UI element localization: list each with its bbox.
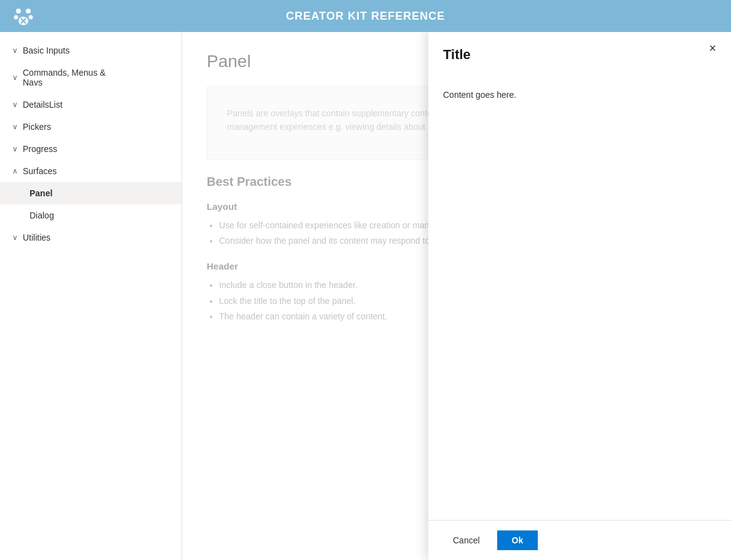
sidebar-item-basic-inputs[interactable]: ∨ Basic Inputs [0, 39, 182, 62]
chevron-down-icon: ∨ [12, 73, 18, 82]
svg-point-1 [26, 9, 31, 14]
close-button[interactable]: × [704, 39, 721, 57]
cancel-button[interactable]: Cancel [443, 530, 490, 550]
svg-point-2 [14, 15, 18, 20]
sidebar-subitem-label: Panel [30, 188, 52, 198]
dialog-panel: × Title Content goes here. Cancel Ok [428, 32, 731, 560]
sidebar-item-detailslist[interactable]: ∨ DetailsList [0, 94, 182, 116]
chevron-down-icon: ∨ [12, 233, 18, 242]
sidebar-item-progress[interactable]: ∨ Progress [0, 138, 182, 160]
app-title: CREATOR KIT REFERENCE [286, 10, 445, 23]
svg-point-0 [16, 9, 21, 14]
main-layout: ∨ Basic Inputs ∨ Commands, Menus &Navs ∨… [0, 32, 731, 560]
ok-button[interactable]: Ok [497, 530, 538, 550]
dialog-title: Title [443, 47, 701, 63]
sidebar-item-commands[interactable]: ∨ Commands, Menus &Navs [0, 62, 182, 94]
sidebar-item-label: Surfaces [23, 166, 57, 176]
sidebar-subitem-panel[interactable]: Panel [0, 182, 182, 204]
sidebar-item-label: Basic Inputs [23, 46, 70, 55]
dialog-content-text: Content goes here. [443, 90, 516, 100]
dialog-footer: Cancel Ok [428, 520, 731, 560]
topbar: CREATOR KIT REFERENCE [0, 0, 731, 32]
sidebar-item-label: Utilities [23, 233, 50, 242]
chevron-down-icon: ∨ [12, 145, 18, 153]
chevron-up-icon: ∧ [12, 167, 18, 175]
svg-point-3 [29, 15, 33, 20]
dialog-header: Title [428, 32, 731, 80]
chevron-down-icon: ∨ [12, 100, 18, 109]
sidebar-subitem-label: Dialog [30, 210, 54, 220]
sidebar: ∨ Basic Inputs ∨ Commands, Menus &Navs ∨… [0, 32, 182, 560]
sidebar-item-label: Pickers [23, 122, 51, 132]
sidebar-item-surfaces[interactable]: ∧ Surfaces [0, 160, 182, 182]
app-logo-icon [12, 5, 34, 27]
chevron-down-icon: ∨ [12, 122, 18, 131]
chevron-down-icon: ∨ [12, 46, 18, 55]
dialog-content: Content goes here. [428, 80, 731, 520]
sidebar-item-label: Commands, Menus &Navs [23, 68, 106, 87]
sidebar-item-label: Progress [23, 144, 57, 154]
sidebar-item-pickers[interactable]: ∨ Pickers [0, 116, 182, 138]
sidebar-subitem-dialog[interactable]: Dialog [0, 204, 182, 226]
sidebar-item-utilities[interactable]: ∨ Utilities [0, 226, 182, 249]
sidebar-item-label: DetailsList [23, 100, 63, 110]
